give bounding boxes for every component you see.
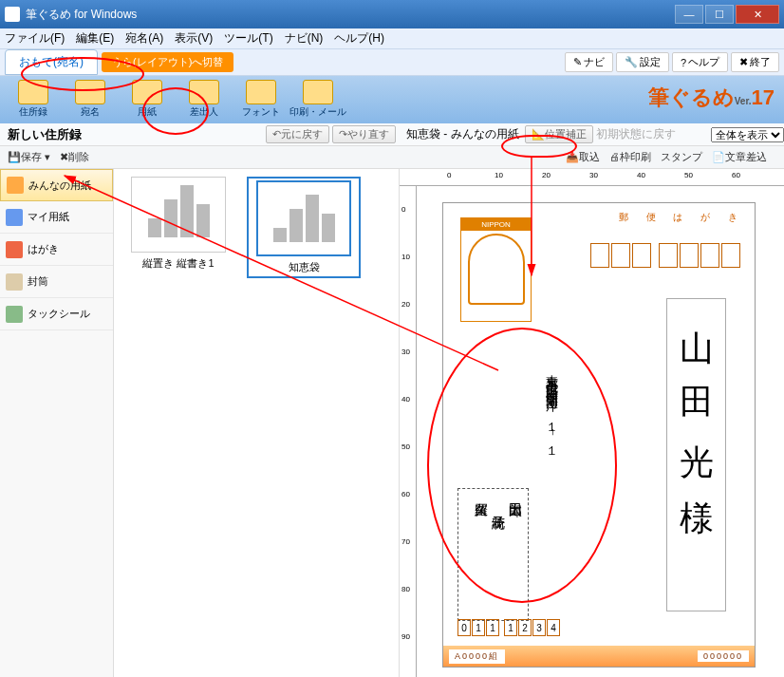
envelope-icon	[6, 273, 23, 291]
toolbar-print[interactable]: 印刷・メール	[289, 79, 346, 121]
navi-button[interactable]: ✎ナビ	[565, 52, 613, 72]
stamp-button[interactable]: スタンプ	[661, 150, 702, 164]
recipient-name[interactable]: 山 田 光 様	[666, 298, 726, 611]
category-sidebar: みんなの用紙 マイ用紙 はがき 封筒 タックシール	[0, 169, 114, 677]
sidebar-my[interactable]: マイ用紙	[0, 201, 113, 234]
my-icon	[6, 209, 23, 226]
thumb-label: 縦置き 縦書き1	[121, 256, 235, 271]
thumb-label: 知恵袋	[251, 260, 357, 274]
exit-button[interactable]: ✖終了	[731, 52, 779, 72]
redo-button[interactable]: ↷やり直す	[332, 125, 396, 143]
zoom-select[interactable]: 全体を表示	[711, 127, 784, 142]
sidebar-minna[interactable]: みんなの用紙	[0, 169, 113, 201]
maximize-button[interactable]: ☐	[705, 5, 734, 24]
stamp-area: NIPPON	[460, 217, 532, 322]
frameprint-button[interactable]: 🖨枠印刷	[609, 150, 651, 164]
undo-button[interactable]: ↶元に戻す	[266, 125, 329, 143]
menu-tool[interactable]: ツール(T)	[224, 30, 272, 47]
menu-help[interactable]: ヘルプ(H)	[334, 30, 384, 47]
lottery-strip: A0000組 000000	[443, 646, 755, 667]
settings-button[interactable]: 🔧設定	[616, 52, 669, 72]
minimize-button[interactable]: —	[675, 5, 703, 24]
menubar: ファイル(F) 編集(E) 宛名(A) 表示(V) ツール(T) ナビ(N) ヘ…	[0, 28, 784, 49]
sidebar-tack[interactable]: タックシール	[0, 298, 113, 330]
sidebar-futou[interactable]: 封筒	[0, 266, 113, 298]
thumb-chiebukuro[interactable]: 知恵袋	[247, 177, 361, 278]
annotation-circle	[142, 87, 209, 135]
close-button[interactable]: ✕	[736, 5, 779, 24]
menu-file[interactable]: ファイル(F)	[5, 30, 65, 47]
annotation-circle	[427, 328, 617, 603]
thumb-tate[interactable]: 縦置き 縦書き1	[121, 177, 235, 271]
reset-button[interactable]: 初期状態に戻す	[596, 126, 676, 142]
label-icon	[6, 306, 23, 323]
annotation-circle	[501, 135, 577, 158]
help-button[interactable]: ?ヘルプ	[672, 52, 728, 72]
people-icon	[7, 177, 24, 194]
sidebar-hagaki[interactable]: はがき	[0, 234, 113, 266]
delete-button[interactable]: ✖削除	[60, 150, 89, 164]
menu-edit[interactable]: 編集(E)	[76, 30, 114, 47]
menu-atena[interactable]: 宛名(A)	[125, 30, 163, 47]
preview-title: 知恵袋 - みんなの用紙	[406, 126, 519, 142]
toolbar-font[interactable]: フォント	[233, 79, 289, 121]
ruler-vertical: 0102030405060708090	[400, 186, 417, 677]
merge-button[interactable]: 📄文章差込	[712, 150, 767, 164]
template-list: 縦置き 縦書き1 知恵袋	[114, 169, 399, 677]
font-icon	[246, 80, 276, 104]
menu-view[interactable]: 表示(V)	[175, 30, 213, 47]
annotation-circle	[21, 57, 144, 91]
app-icon	[5, 7, 20, 22]
ruler-horizontal: 0102030405060	[400, 169, 784, 186]
recipient-postcode[interactable]	[590, 243, 740, 268]
brand-logo: 筆ぐるめVer.17	[648, 84, 775, 112]
print-icon	[303, 80, 333, 104]
hagaki-icon	[6, 241, 23, 258]
sender-postcode[interactable]: 011 1234	[457, 619, 560, 636]
addressbook-title: 新しい住所録	[8, 126, 82, 143]
stamp-deco-icon	[468, 234, 525, 305]
window-title: 筆ぐるめ for Windows	[26, 7, 673, 23]
save-button[interactable]: 💾保存 ▾	[8, 150, 50, 164]
menu-navi[interactable]: ナビ(N)	[285, 30, 324, 47]
